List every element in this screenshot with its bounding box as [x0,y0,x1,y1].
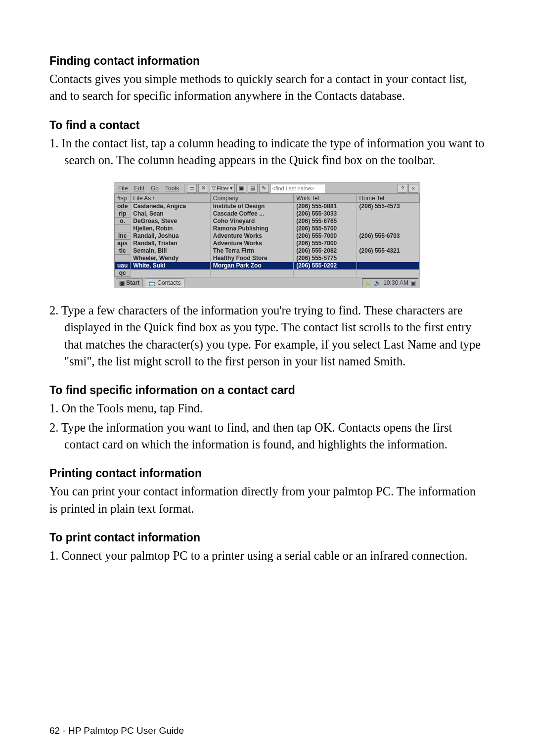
cell-company: Coho Vineyard [210,218,293,225]
row-icon: rip [115,210,131,218]
cell-company: Adventure Works [210,232,293,240]
tray-icon-2: 🔊 [374,279,381,286]
desktop-icon[interactable]: ▣ [410,279,416,286]
cell-worktel: (206) 555-0202 [294,262,356,269]
cell-fileas: Chai, Sean [131,210,210,218]
row-icon: o. [115,218,131,225]
section-to-print: To print contact information 1. Connect … [49,531,485,564]
para-finding: Contacts gives you simple methods to qui… [49,71,485,105]
cell-fileas: Randall, Tristan [131,240,210,247]
cell-worktel: (206) 555-0881 [294,203,356,210]
cell-company: The Terra Firm [210,247,293,255]
cell-hometel: (206) 555-6703 [356,232,419,240]
cell-company: Institute of Design [210,203,293,210]
cell-fileas: Wheeler, Wendy [131,255,210,262]
cell-worktel: (206) 555-6765 [294,218,356,225]
menubar: File Edit Go Tools ▭ ✕ ▽ Filter ▾ ▣ ▤ ✎ … [114,183,420,194]
table-row[interactable]: uauWhite, SukiMorgan Park Zoo(206) 555-0… [115,262,420,269]
cell-hometel: (206) 555-4321 [356,247,419,255]
row-icon: ode [115,203,131,210]
cell-fileas: Hjellen, Robin [131,225,210,232]
col-company[interactable]: Company [210,194,293,203]
col-home-tel[interactable]: Home Tel [356,194,419,203]
menu-go[interactable]: Go [148,184,161,192]
taskbar: ▣ Start 📇 Contacts 🔋 🔊 10:30 AM ▣ [114,277,420,288]
row-icon [115,255,131,262]
cell-fileas: DeGroas, Steve [131,218,210,225]
cell-fileas: Castaneda, Angica [131,203,210,210]
heading-printing: Printing contact information [49,467,485,480]
menu-file[interactable]: File [116,184,130,192]
step-print-1: 1. Connect your palmtop PC to a printer … [49,547,485,564]
cell-worktel: (206) 555-7000 [294,232,356,240]
table-row[interactable]: Wheeler, WendyHealthy Food Store(206) 55… [115,255,420,262]
help-button[interactable]: ? [398,184,407,193]
heading-to-print: To print contact information [49,531,485,544]
table-row[interactable]: apsRandall, TristanAdventure Works(206) … [115,240,420,247]
section-to-find-a-contact-cont: 2. Type a few characters of the informat… [49,302,485,370]
cell-company: Adventure Works [210,240,293,247]
close-button[interactable]: × [408,184,418,193]
tray-icon-1: 🔋 [364,279,372,286]
table-row[interactable]: ripChai, SeanCascade Coffee ...(206) 555… [115,210,420,218]
cell-worktel: (206) 555-7000 [294,240,356,247]
cell-company: Morgan Park Zoo [210,262,293,269]
tool-icon-2[interactable]: ▤ [248,184,258,193]
row-icon: qc [115,269,131,277]
section-find-specific-info: To find specific information on a contac… [49,384,485,453]
contacts-icon: 📇 [148,279,156,286]
tray-clock: 10:30 AM [383,279,408,286]
table-row-empty: qc [115,269,420,277]
contacts-table: #sp File As / Company Work Tel Home Tel … [114,194,420,277]
cell-hometel: (206) 555-4573 [356,203,419,210]
cell-hometel [356,225,419,232]
task-contacts[interactable]: 📇 Contacts [145,278,184,287]
start-button[interactable]: ▣ Start [116,278,143,287]
menu-edit[interactable]: Edit [132,184,147,192]
task-contacts-label: Contacts [157,279,180,286]
contacts-app-screenshot: File Edit Go Tools ▭ ✕ ▽ Filter ▾ ▣ ▤ ✎ … [114,182,420,288]
cell-fileas: Randall, Joshua [131,232,210,240]
table-row[interactable]: incRandall, JoshuaAdventure Works(206) 5… [115,232,420,240]
heading-find-specific-info: To find specific information on a contac… [49,384,485,397]
step-specific-2: 2. Type the information you want to find… [49,419,485,453]
table-row[interactable]: o.DeGroas, SteveCoho Vineyard(206) 555-6… [115,218,420,225]
para-printing: You can print your contact information d… [49,483,485,517]
tool-icon-1[interactable]: ▣ [236,184,246,193]
step-specific-1: 1. On the Tools menu, tap Find. [49,400,485,417]
cell-company: Ramona Publishing [210,225,293,232]
start-label: Start [126,279,139,286]
tool-icon-3[interactable]: ✎ [259,184,269,193]
col-work-tel[interactable]: Work Tel [294,194,356,203]
row-icon: aps [115,240,131,247]
cell-fileas: Semain, Bill [131,247,210,255]
table-row[interactable]: Hjellen, RobinRamona Publishing(206) 555… [115,225,420,232]
cell-worktel: (206) 555-3033 [294,210,356,218]
filter-label: Filter [217,185,228,191]
cell-company: Healthy Food Store [210,255,293,262]
cell-worktel: (206) 555-5700 [294,225,356,232]
delete-icon[interactable]: ✕ [198,184,208,193]
section-to-find-a-contact: To find a contact 1. In the contact list… [49,119,485,169]
section-finding-contact-information: Finding contact information Contacts giv… [49,54,485,105]
col-file-as[interactable]: File As / [131,194,210,203]
cell-worktel: (206) 555-2082 [294,247,356,255]
quick-find-input[interactable]: <find Last name> [270,184,325,193]
system-tray: 🔋 🔊 10:30 AM ▣ [362,278,418,287]
cell-hometel [356,240,419,247]
table-row[interactable]: ticSemain, BillThe Terra Firm(206) 555-2… [115,247,420,255]
col-category[interactable]: #sp [115,194,131,203]
cell-hometel [356,262,419,269]
heading-finding-contact-information: Finding contact information [49,54,485,68]
menu-tools[interactable]: Tools [163,184,181,192]
cell-hometel [356,255,419,262]
cell-hometel [356,210,419,218]
windows-icon: ▣ [119,279,125,286]
page-footer: 62 - HP Palmtop PC User Guide [49,725,184,736]
cell-company: Cascade Coffee ... [210,210,293,218]
new-card-icon[interactable]: ▭ [187,184,197,193]
filter-dropdown[interactable]: ▽ Filter ▾ [210,184,234,193]
table-row[interactable]: odeCastaneda, AngicaInstitute of Design(… [115,203,420,210]
step-find-contact-2: 2. Type a few characters of the informat… [49,302,485,370]
cell-hometel [356,218,419,225]
